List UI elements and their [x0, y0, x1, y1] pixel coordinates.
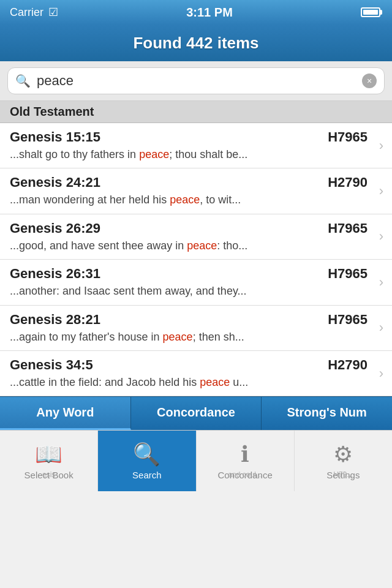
result-strong: H2790 [328, 357, 368, 373]
search-input-wrapper: 🔍 × [7, 67, 385, 94]
chevron-right-icon: › [379, 228, 383, 244]
wifi-icon: ☑ [48, 6, 58, 19]
highlight-word: peace [187, 239, 217, 252]
highlight-word: peace [163, 331, 193, 343]
result-item[interactable]: Genesis 28:21H7965...again to my father'… [0, 306, 392, 351]
result-ref: Genesis 28:21 [10, 312, 100, 328]
chevron-right-icon: › [379, 366, 383, 382]
result-ref: Genesis 26:31 [10, 266, 100, 282]
result-ref: Genesis 34:5 [10, 357, 93, 373]
result-ref: Genesis 15:15 [10, 129, 100, 145]
section-header: Old Testament [0, 101, 392, 123]
search-icon: 🔍 [15, 74, 31, 88]
result-strong: H7965 [328, 129, 368, 145]
status-carrier: Carrier ☑ [10, 6, 58, 19]
tab-preview-select-book: esis [2, 470, 95, 479]
chevron-right-icon: › [379, 183, 383, 199]
chevron-right-icon: › [379, 274, 383, 290]
result-text: ...shalt go to thy fathers in peace; tho… [10, 148, 368, 162]
search-type-btn-strongs-num[interactable]: Strong's Num [262, 397, 392, 430]
result-item[interactable]: Genesis 15:15H7965...shalt go to thy fat… [0, 123, 392, 168]
battery-icon [361, 7, 380, 17]
result-item[interactable]: Genesis 34:5H2790...cattle in the field:… [0, 351, 392, 396]
status-bar: Carrier ☑ 3:11 PM [0, 0, 392, 24]
page-title: Found 442 items [133, 34, 258, 53]
result-text: ...cattle in the field: and Jacob held h… [10, 375, 368, 390]
tab-bar: 📖Select Bookesis🔍SearchℹConcordanceand c… [0, 430, 392, 491]
highlight-word: peace [139, 148, 169, 160]
highlight-word: peace [170, 194, 200, 206]
result-ref: Genesis 26:29 [10, 221, 100, 236]
search-icon: 🔍 [133, 442, 160, 467]
result-item[interactable]: Genesis 26:31H7965...another: and Isaac … [0, 260, 392, 305]
search-bar: 🔍 × [0, 61, 392, 101]
tab-concordance[interactable]: ℹConcordanceand coul... [197, 431, 295, 491]
highlight-word: peace [200, 376, 230, 388]
result-strong: H7965 [328, 312, 368, 328]
status-battery [361, 7, 382, 17]
result-text: ...another: and Isaac sent them away, an… [10, 284, 368, 298]
result-strong: H7965 [328, 266, 368, 282]
settings-icon: ⚙ [333, 442, 353, 467]
header: Found 442 items [0, 24, 392, 61]
result-item[interactable]: Genesis 24:21H2790...man wondering at he… [0, 168, 392, 214]
result-text: ...again to my father's house in peace; … [10, 330, 368, 344]
tab-preview-settings: H79... [297, 470, 390, 479]
select-book-icon: 📖 [35, 442, 62, 467]
result-item[interactable]: Genesis 26:29H7965...good, and have sent… [0, 214, 392, 260]
concordance-icon: ℹ [241, 442, 249, 467]
result-text: ...man wondering at her held his peace, … [10, 193, 368, 207]
search-type-btn-any-word[interactable]: Any Word [0, 397, 131, 430]
tab-search[interactable]: 🔍Search [98, 431, 196, 491]
chevron-right-icon: › [379, 320, 383, 336]
result-text: ...good, and have sent thee away in peac… [10, 239, 368, 253]
tab-select-book[interactable]: 📖Select Bookesis [0, 431, 98, 491]
tab-label-search: Search [132, 470, 162, 480]
clear-icon[interactable]: × [362, 74, 377, 88]
result-list: Genesis 15:15H7965...shalt go to thy fat… [0, 123, 392, 396]
search-type-btn-concordance[interactable]: Concordance [131, 397, 262, 430]
chevron-right-icon: › [379, 138, 383, 154]
result-ref: Genesis 24:21 [10, 175, 100, 190]
status-time: 3:11 PM [186, 6, 233, 20]
search-type-bar: Any WordConcordanceStrong's Num [0, 396, 392, 430]
tab-settings[interactable]: ⚙SettingsH79... [295, 431, 392, 491]
tab-preview-concordance: and coul... [199, 470, 292, 479]
result-strong: H2790 [328, 175, 368, 190]
search-input[interactable] [37, 73, 356, 89]
result-strong: H7965 [328, 221, 368, 236]
